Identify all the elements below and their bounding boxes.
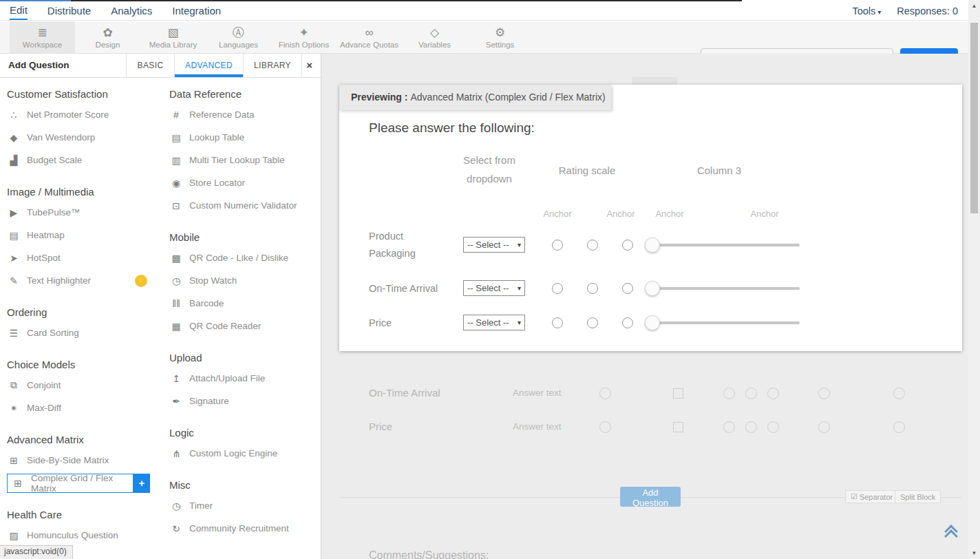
select-dropdown[interactable]: -- Select --▾ — [463, 280, 525, 296]
tools-menu[interactable]: Tools▾ — [852, 6, 881, 17]
close-panel-button[interactable]: × — [306, 54, 312, 77]
anchor-label: Anchor — [533, 209, 582, 219]
reference-data-icon: # — [169, 109, 183, 120]
question-type-card-sorting[interactable]: ☰Card Sorting — [7, 328, 164, 339]
new-feature-badge-icon: ⚡ — [135, 275, 147, 287]
question-type-label: Complex Grid / Flex Matrix — [31, 473, 129, 494]
toolbar-advance-quotas-button[interactable]: ∞Advance Quotas — [337, 21, 402, 53]
toolbar-design-button[interactable]: ✿Design — [75, 21, 140, 53]
radio-button — [767, 388, 779, 399]
question-type-tubepulse[interactable]: ▶TubePulse™ — [7, 207, 164, 218]
tab-library[interactable]: LIBRARY — [243, 54, 302, 77]
question-type-label: Barcode — [189, 298, 224, 308]
price-tag-icon: ◆ — [7, 132, 21, 143]
select-dropdown[interactable]: -- Select --▾ — [463, 315, 525, 330]
nav-item-integration[interactable]: Integration — [172, 1, 221, 20]
item-row: ⊞Complex Grid / Flex Matrix+ — [7, 472, 164, 494]
radio-button — [893, 388, 905, 399]
numeric-validator-icon: ⊡ — [169, 200, 183, 211]
question-type-van-westendorp[interactable]: ◆Van Westendorp — [7, 132, 164, 143]
radio-button[interactable] — [552, 317, 563, 328]
question-type-store-locator[interactable]: ◉Store Locator — [169, 178, 317, 189]
matrix-row: Product Packaging-- Select --▾ — [339, 228, 962, 262]
radio-button[interactable] — [552, 240, 563, 251]
tab-advanced[interactable]: ADVANCED — [174, 54, 243, 77]
question-type-conjoint[interactable]: ⧉Conjoint — [7, 379, 164, 391]
radio-button — [818, 388, 830, 399]
question-type-stop-watch[interactable]: ◷Stop Watch — [169, 275, 317, 286]
question-type-label: TubePulse™ — [27, 207, 81, 218]
question-type-homunculus-question[interactable]: ▨Homunculus Question — [7, 530, 164, 541]
question-type-signature[interactable]: ✒Signature — [169, 396, 317, 407]
question-type-side-by-side-matrix[interactable]: ⊞Side-By-Side Matrix — [7, 455, 164, 466]
radio-button[interactable] — [622, 240, 633, 251]
main-nav: EditDistributeAnalyticsIntegration Tools… — [0, 1, 968, 21]
question-type-custom-logic-engine[interactable]: ⋔Custom Logic Engine — [169, 448, 317, 459]
question-type-lookup-table[interactable]: ▤Lookup Table — [169, 132, 317, 143]
toolbar-variables-button[interactable]: ◇Variables — [402, 21, 467, 53]
separator-toggle-button[interactable]: ☑ Separator — [845, 490, 898, 503]
question-type-hotspot[interactable]: ➤HotSpot — [7, 253, 164, 264]
separator-label: Separator — [860, 493, 893, 501]
question-type-community-recruitment[interactable]: ↻Community Recruitment — [169, 523, 317, 534]
question-type-complex-grid-flex-matrix[interactable]: ⊞Complex Grid / Flex Matrix — [7, 474, 134, 493]
toolbar-workspace-button[interactable]: ≣Workspace — [10, 21, 75, 53]
responses-count[interactable]: Responses: 0 — [897, 6, 958, 17]
item-row: ✴Max-Diff — [7, 397, 164, 419]
scrollbar-down-arrow-icon[interactable]: ▼ — [968, 547, 980, 559]
add-question-type-button[interactable]: + — [134, 474, 150, 493]
scrollbar-up-arrow-icon[interactable]: ▲ — [968, 0, 980, 12]
question-type-net-promoter-score[interactable]: ∴Net Promoter Score — [7, 109, 164, 120]
split-block-button[interactable]: Split Block — [895, 490, 941, 503]
design-icon: ✿ — [103, 26, 112, 39]
radio-button — [745, 388, 757, 399]
slider-track[interactable] — [646, 321, 800, 324]
toolbar-finish-options-button[interactable]: ✦Finish Options — [271, 21, 337, 53]
item-row: ‖‖Barcode — [169, 292, 317, 315]
question-type-custom-numeric-validator[interactable]: ⊡Custom Numeric Validator — [169, 200, 317, 211]
toolbar-languages-button[interactable]: ⒶLanguages — [206, 21, 271, 53]
nav-item-analytics[interactable]: Analytics — [111, 1, 152, 20]
toolbar-media-library-button[interactable]: ▧Media Library — [140, 21, 206, 53]
slider-track[interactable] — [646, 287, 800, 290]
checkbox — [673, 422, 683, 432]
slider-handle[interactable] — [645, 315, 660, 330]
question-type-timer[interactable]: ◷Timer — [169, 500, 317, 511]
question-type-text-highlighter[interactable]: ✎Text Highlighter⚡ — [7, 275, 164, 287]
question-type-reference-data[interactable]: #Reference Data — [169, 109, 317, 120]
vertical-scrollbar[interactable]: ▲ ▼ — [968, 0, 980, 559]
question-type-qr-code-reader[interactable]: ▦QR Code Reader — [169, 321, 317, 332]
question-type-barcode[interactable]: ‖‖Barcode — [169, 298, 317, 309]
radio-button[interactable] — [587, 317, 598, 328]
radio-button[interactable] — [552, 283, 563, 294]
slider-handle[interactable] — [645, 281, 660, 296]
radio-button[interactable] — [587, 240, 598, 251]
timer-icon: ◷ — [169, 500, 183, 511]
tab-basic[interactable]: BASIC — [126, 54, 174, 77]
scroll-to-top-button[interactable] — [944, 527, 958, 542]
radio-button[interactable] — [587, 283, 598, 294]
question-type-budget-scale[interactable]: ▟Budget Scale — [7, 155, 164, 166]
radio-button[interactable] — [622, 317, 633, 328]
select-dropdown[interactable]: -- Select --▾ — [463, 237, 525, 253]
hidden-element-tab — [632, 77, 677, 85]
radio-button[interactable] — [622, 283, 633, 294]
add-question-button[interactable]: Add Question — [620, 487, 681, 507]
question-type-qr-code-like-dislike[interactable]: ▩QR Code - Like / Dislike — [169, 253, 317, 264]
slider-track[interactable] — [646, 244, 800, 246]
slider-handle[interactable] — [645, 238, 660, 253]
question-type-multi-tier-lookup-table[interactable]: ▥Multi Tier Lookup Table — [169, 155, 317, 166]
toolbar-settings-button[interactable]: ⚙Settings — [467, 21, 533, 53]
nav-item-edit[interactable]: Edit — [10, 1, 28, 20]
question-type-label: Card Sorting — [27, 328, 79, 338]
question-type-max-diff[interactable]: ✴Max-Diff — [7, 403, 164, 414]
chevron-down-icon: ▾ — [518, 284, 521, 292]
question-text: Please answer the following: — [369, 120, 535, 136]
question-type-label: Lookup Table — [189, 132, 244, 143]
question-type-attach-upload-file[interactable]: ↥Attach/Upload File — [169, 373, 317, 384]
scrollbar-thumb[interactable] — [970, 23, 978, 213]
question-type-heatmap[interactable]: ▤Heatmap — [7, 230, 164, 241]
section-heading: Upload — [169, 352, 317, 363]
nav-item-distribute[interactable]: Distribute — [47, 1, 91, 20]
section-health-care: Health Care▨Homunculus Question — [7, 509, 164, 547]
